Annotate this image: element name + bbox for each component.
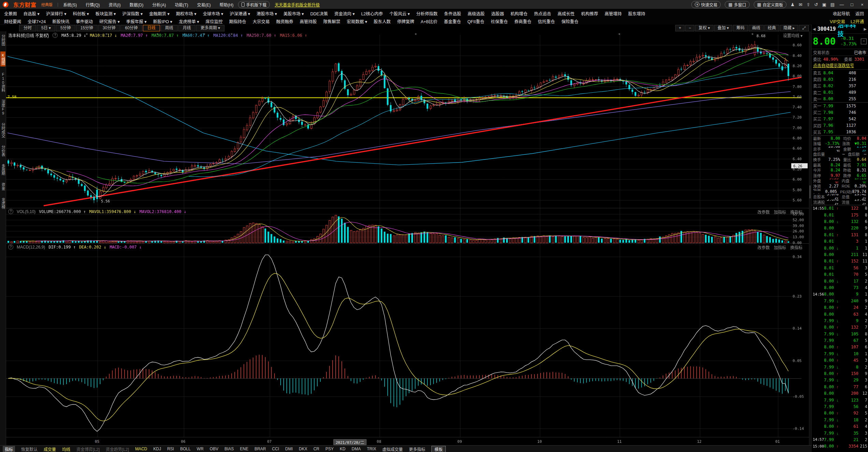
quick-button-2[interactable]: ▦多窗口	[725, 1, 749, 8]
help-icon[interactable]: ?	[8, 244, 13, 250]
nav-item[interactable]: 全球市场 ▾	[203, 10, 223, 17]
period-button-15分钟[interactable]: 15分钟	[76, 25, 98, 31]
nav-item[interactable]: 期权市场 ▾	[176, 10, 196, 17]
nav-item[interactable]: 沪深港通 ▾	[230, 10, 250, 17]
menubar-item[interactable]: 系统(S)	[63, 2, 77, 7]
nav-item[interactable]: 高管增持	[605, 10, 622, 17]
chart-tool-button[interactable]: 叠加 ▾	[714, 25, 732, 31]
minimize-button[interactable]: —	[839, 2, 845, 7]
nav-item[interactable]: A+B比价	[421, 18, 438, 25]
close-button[interactable]: ×	[859, 2, 865, 7]
indicator-tab-TRIX[interactable]: TRIX	[367, 447, 376, 451]
pane-control-改参数[interactable]: 改参数	[757, 209, 770, 215]
indicator-tab-RSI[interactable]: RSI	[167, 447, 174, 451]
kline-chart-canvas[interactable]	[6, 31, 809, 439]
indicator-tab-更多指标[interactable]: 更多指标	[409, 446, 425, 452]
nav-item[interactable]: 高成长性	[558, 10, 575, 17]
nav-item[interactable]: 沪深指数 ▾	[122, 10, 143, 17]
nav-item[interactable]: 板块监测 ▾	[95, 10, 116, 17]
period-button-日线[interactable]: 日线	[143, 25, 160, 31]
indicator-tab-BRAR[interactable]: BRAR	[254, 447, 266, 451]
chart-tool-button[interactable]: 经典	[764, 25, 779, 31]
indicator-tab-CR[interactable]: CR	[313, 447, 319, 451]
fund-app-promo-link[interactable]: 天天基金手机版全新升级	[275, 2, 320, 7]
splitter-grip[interactable]	[810, 185, 810, 198]
menubar-item[interactable]: 行情(Q)	[86, 2, 100, 7]
nav-item[interactable]: 券商重仓	[514, 18, 531, 25]
nav-item[interactable]: 资金流向 ▾	[334, 10, 355, 17]
indicator-tab-指标[interactable]: 指标	[3, 446, 15, 452]
signal-alert-link[interactable]: 点击自动提示涨跌信号	[811, 62, 868, 70]
collapse-panel-button[interactable]: −	[861, 39, 867, 44]
sidebar-item-多周期[interactable]: 多周期	[0, 162, 5, 177]
nav-item[interactable]: 信托重仓	[538, 18, 555, 25]
indicator-tab-DKX[interactable]: DKX	[299, 447, 307, 451]
nav-item[interactable]: 美股市场 ▾	[283, 10, 304, 17]
user-icon[interactable]: ♟	[791, 2, 795, 7]
menubar-item[interactable]: 帮助(H)	[220, 2, 234, 7]
indicator-tab-虚拟成交量[interactable]: 虚拟成交量	[382, 446, 403, 452]
ma-settings-button[interactable]: 设置均线 ▾	[783, 32, 803, 38]
nav-item[interactable]: 港股市场 ▾	[256, 10, 277, 17]
nav-item[interactable]: 限售解禁	[323, 18, 340, 25]
period-button-30分钟[interactable]: 30分钟	[98, 25, 120, 31]
nav-item[interactable]: 大宗交易	[253, 18, 270, 25]
nav-item[interactable]: 选股器	[491, 10, 504, 17]
sidebar-item-分时图[interactable]: 分时图	[0, 33, 5, 47]
nav-item[interactable]: 沪深排行 ▾	[46, 10, 67, 17]
indicator-tab-恢复默认[interactable]: 恢复默认	[21, 446, 38, 452]
nav-item[interactable]: 基金重仓	[444, 18, 461, 25]
nav-item[interactable]: 全景图	[4, 10, 17, 17]
pane-control-加指标[interactable]: 加指标	[774, 244, 786, 250]
nav-item[interactable]: 科创板 ▾	[73, 10, 89, 17]
nav-item[interactable]: 高级选股	[468, 10, 485, 17]
nav-item[interactable]: L2核心内参	[361, 10, 383, 17]
chart-tool-button[interactable]: 筹码	[733, 25, 748, 31]
mobile-download-button[interactable]: 手机版下载	[238, 1, 270, 8]
nav-item[interactable]: 保险重仓	[561, 18, 578, 25]
nav-item[interactable]: 事件驱动	[76, 18, 93, 25]
quick-button-3[interactable]: ▦自定义面板	[754, 1, 786, 8]
mail-icon[interactable]: ✉	[799, 2, 803, 7]
nav-item[interactable]: 研究报告 ▾	[99, 18, 120, 25]
nav-item[interactable]: 个股风云 ▾	[389, 10, 410, 17]
nav-action[interactable]: 收起导航	[833, 10, 850, 17]
indicator-tab-OBV[interactable]: OBV	[210, 447, 218, 451]
sidebar-item-F10资料[interactable]: F10资料	[0, 71, 5, 94]
sidebar-item-龙虎榜[interactable]: 龙虎榜	[0, 196, 5, 211]
nav-item[interactable]: 机构推荐	[581, 10, 598, 17]
indicator-tab-模板[interactable]: 模板	[431, 446, 446, 452]
indicator-tab-BOLL[interactable]: BOLL	[180, 447, 191, 451]
prev-stock-icon[interactable]: ◀	[813, 27, 815, 31]
period-button-60分钟[interactable]: 60分钟	[120, 25, 142, 31]
chart-tool-button[interactable]: 隐藏 ▸	[780, 25, 798, 31]
period-button-分时[interactable]: 分时	[19, 25, 36, 31]
indicator-tab-资金趋势[L2][interactable]: 资金趋势[L2]	[106, 446, 129, 452]
nav-item[interactable]: 股东人数	[374, 18, 391, 25]
quick-button-1[interactable]: ¥快速交易	[691, 1, 721, 8]
nav-item[interactable]: 高管持股	[300, 18, 317, 25]
next-stock-icon[interactable]: ▶	[864, 27, 867, 31]
nav-item[interactable]: 财经要闻	[4, 18, 21, 25]
nav-item[interactable]: 自选股 ▾	[24, 10, 40, 17]
nav-item[interactable]: 期指持仓	[229, 18, 246, 25]
maximize-button[interactable]: □	[849, 2, 855, 7]
menubar-item[interactable]: 资讯(I)	[108, 2, 120, 7]
nav-item[interactable]: 龙虎榜单 ▾	[179, 18, 199, 25]
sidebar-item-深度F9[interactable]: 深度F9	[0, 98, 5, 117]
chart-tool-button[interactable]: ⤢	[799, 25, 809, 31]
chart-tool-button[interactable]: +	[675, 25, 685, 31]
pane-control-换指标[interactable]: 换指标	[790, 209, 803, 215]
indicator-tab-KDJ[interactable]: KDJ	[153, 447, 161, 451]
nav-item[interactable]: 宏观数据 ▾	[347, 18, 367, 25]
menubar-item[interactable]: 分析(A)	[152, 2, 166, 7]
indicator-tab-成交量[interactable]: 成交量	[44, 446, 56, 452]
help-icon[interactable]: ?	[8, 209, 13, 214]
nav-item[interactable]: 分析师指数	[416, 10, 438, 17]
nav-item[interactable]: 停牌复牌	[397, 18, 414, 25]
upload-icon[interactable]: ⇧	[807, 2, 810, 7]
sidebar-item-资金[interactable]: 资金	[0, 181, 5, 192]
nav-item[interactable]: 季报年报 ▾	[126, 18, 147, 25]
sidebar-item-分价表[interactable]: 分价表	[0, 144, 5, 158]
period-button-更多周期 ▾[interactable]: 更多周期 ▾	[196, 25, 224, 31]
